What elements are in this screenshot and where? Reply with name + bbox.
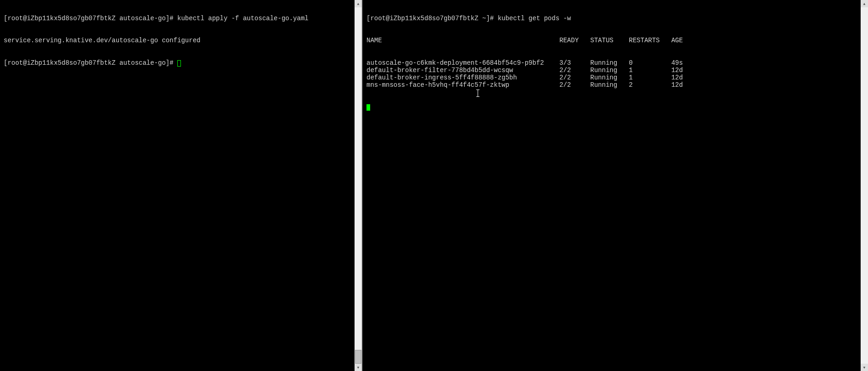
scroll-down-arrow-icon[interactable]: ▼ [355,364,362,371]
scroll-down-arrow-icon[interactable]: ▼ [861,364,868,371]
table-row: autoscale-go-c6kmk-deployment-6684bf54c9… [366,59,864,67]
scroll-up-arrow-icon[interactable]: ▲ [861,0,868,7]
scrollbar-right[interactable]: ▲ ▼ [861,0,868,371]
cursor-icon [177,60,181,67]
scroll-track[interactable] [355,7,362,364]
scroll-thumb[interactable] [355,350,361,364]
terminal-right-content[interactable]: [root@iZbp11kx5d8so7gb07fbtkZ ~]# kubect… [363,0,868,126]
table-row: mns-mnsoss-face-h5vhq-ff4f4c57f-zktwp 2/… [366,81,864,89]
scrollbar-left[interactable]: ▲ ▼ [355,0,362,371]
scroll-track[interactable] [861,7,868,364]
terminal-prompt: [root@iZbp11kx5d8so7gb07fbtkZ autoscale-… [4,59,177,67]
terminal-prompt-line: [root@iZbp11kx5d8so7gb07fbtkZ autoscale-… [4,59,358,67]
terminal-prompt-line: [root@iZbp11kx5d8so7gb07fbtkZ ~]# kubect… [366,15,864,22]
cursor-icon [366,104,370,111]
text-cursor-icon [478,90,478,97]
terminal-output-line: [root@iZbp11kx5d8so7gb07fbtkZ autoscale-… [4,15,358,22]
terminal-left-pane[interactable]: [root@iZbp11kx5d8so7gb07fbtkZ autoscale-… [0,0,363,371]
table-row: default-broker-filter-778bd4b5dd-wcsqw 2… [366,67,864,74]
terminal-left-content[interactable]: [root@iZbp11kx5d8so7gb07fbtkZ autoscale-… [0,0,362,81]
table-row: default-broker-ingress-5ff4f88888-zg5bh … [366,74,864,81]
terminal-right-pane[interactable]: [root@iZbp11kx5d8so7gb07fbtkZ ~]# kubect… [363,0,868,371]
col-name: NAME READY STATUS RESTARTS AGE [366,37,683,44]
scroll-up-arrow-icon[interactable]: ▲ [355,0,362,7]
table-header-row: NAME READY STATUS RESTARTS AGE [366,37,864,44]
terminal-output-line: service.serving.knative.dev/autoscale-go… [4,37,358,44]
terminal-cursor-line [366,103,864,111]
